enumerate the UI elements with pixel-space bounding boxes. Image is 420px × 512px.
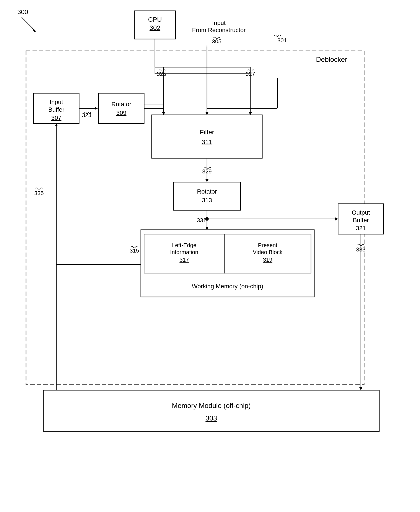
filter-ref: 311	[202, 138, 212, 145]
cpu-ref: 302	[150, 24, 160, 31]
input-buffer-label2: Buffer	[48, 106, 64, 113]
rotator-309-label: Rotator	[111, 101, 131, 107]
input-reconstructor-label2: From Reconstructor	[192, 27, 246, 33]
rotator-313-box	[173, 182, 240, 210]
cpu-label: CPU	[148, 16, 162, 23]
input-buffer-ref: 307	[51, 114, 61, 121]
present-video-label2: Video Block	[253, 249, 283, 255]
working-memory-label: Working Memory (on-chip)	[192, 283, 263, 290]
present-video-label: Present	[258, 242, 278, 248]
signal-323: 323	[82, 112, 91, 118]
memory-module-ref: 303	[205, 414, 217, 422]
deblocker-label: Deblocker	[316, 55, 347, 63]
svg-line-0	[22, 17, 36, 31]
signal-335: 335	[34, 190, 44, 196]
signal-305: 305	[212, 38, 221, 45]
filter-box	[152, 115, 262, 158]
signal-315: 315	[130, 247, 139, 254]
svg-marker-1	[32, 28, 36, 32]
left-edge-ref: 317	[180, 256, 189, 263]
present-video-ref: 319	[263, 256, 272, 263]
left-edge-label2: Information	[170, 249, 198, 255]
rotator-309-box	[99, 93, 144, 124]
memory-module-box	[43, 390, 379, 431]
rotator-313-label: Rotator	[197, 188, 217, 195]
filter-label: Filter	[200, 128, 214, 136]
signal-331: 331	[197, 217, 206, 224]
rotator-309-ref: 309	[116, 109, 127, 116]
output-buffer-label: Output	[352, 209, 370, 216]
memory-module-label: Memory Module (off-chip)	[172, 402, 251, 409]
left-edge-label: Left-Edge	[172, 242, 196, 248]
output-buffer-ref: 321	[356, 225, 366, 232]
diagram-container: 300 CPU 302 Input From Reconstructor 305…	[0, 0, 420, 512]
svg-marker-30	[359, 387, 362, 390]
output-buffer-label2: Buffer	[353, 217, 369, 224]
rotator-313-ref: 313	[202, 197, 212, 203]
signal-301: 301	[278, 37, 287, 44]
figure-label: 300	[17, 8, 28, 15]
input-reconstructor-label: Input	[212, 20, 225, 26]
input-buffer-label: Input	[50, 99, 63, 105]
